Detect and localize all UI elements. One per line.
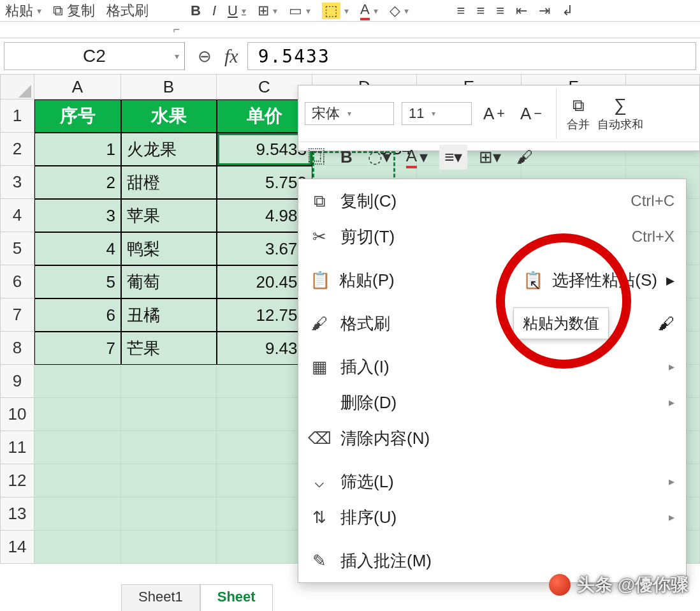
cell[interactable] <box>121 398 217 431</box>
wrap-button[interactable]: ↲ <box>562 3 573 19</box>
header-fruit[interactable]: 水果 <box>121 99 217 133</box>
zoom-out-icon[interactable]: ⊖ <box>194 47 215 66</box>
cell[interactable] <box>34 365 121 398</box>
dialog-launcher-icon[interactable]: ⌐ <box>173 23 180 36</box>
cell[interactable] <box>121 464 217 497</box>
col-header-A[interactable]: A <box>34 74 121 99</box>
cell-name[interactable]: 甜橙 <box>121 166 217 199</box>
row-header[interactable]: 4 <box>0 199 34 232</box>
font-color-button[interactable]: A▾ <box>360 1 378 20</box>
row-header[interactable]: 9 <box>0 365 34 398</box>
align-button[interactable]: ≡▾ <box>439 145 467 170</box>
underline-button[interactable]: U▾ <box>228 3 246 19</box>
cell[interactable] <box>121 531 217 564</box>
col-header-B[interactable]: B <box>121 74 217 99</box>
ctx-paste-label[interactable]: 粘贴(P) <box>339 269 395 291</box>
cell-seq[interactable]: 1 <box>34 133 121 166</box>
chevron-down-icon[interactable]: ▾ <box>175 51 179 61</box>
format-painter-button[interactable]: 格式刷 <box>106 1 149 20</box>
row-header[interactable]: 5 <box>0 232 34 265</box>
row-header[interactable]: 8 <box>0 332 34 365</box>
cell-name[interactable]: 丑橘 <box>121 298 217 332</box>
cell-name[interactable]: 芒果 <box>121 332 217 365</box>
ctx-copy[interactable]: ⧉ 复制(C) Ctrl+C <box>298 183 686 219</box>
ctx-insert-comment[interactable]: ✎ 插入批注(M) <box>298 543 686 578</box>
ctx-sort[interactable]: ⇅ 排序(U) ▸ <box>298 499 686 535</box>
bold-button[interactable]: B <box>337 146 356 168</box>
format-painter-plus-icon[interactable]: 🖌 <box>658 314 674 334</box>
decrease-font-button[interactable]: A− <box>516 103 546 125</box>
cell-name[interactable]: 葡萄 <box>121 265 217 298</box>
cell-seq[interactable]: 2 <box>34 166 121 199</box>
row-header[interactable]: 1 <box>0 99 34 133</box>
fill-color-button[interactable]: ◌▾ <box>364 146 395 168</box>
ctx-delete[interactable]: 删除(D) ▸ <box>298 385 686 420</box>
row-header[interactable]: 3 <box>0 166 34 199</box>
name-box[interactable]: C2 ▾ <box>4 42 185 70</box>
outdent-button[interactable]: ⇥ <box>539 3 550 19</box>
border-button[interactable]: ⊞▾ <box>475 146 505 168</box>
bold-button[interactable]: B <box>191 3 201 19</box>
cell[interactable] <box>121 365 217 398</box>
cell-name[interactable]: 苹果 <box>121 199 217 232</box>
fill-button[interactable]: ◇▾ <box>390 3 409 19</box>
increase-font-button[interactable]: A+ <box>479 103 509 125</box>
cell[interactable] <box>34 464 121 497</box>
merge-button[interactable]: ⧉ 合并 <box>567 96 590 132</box>
select-area-button[interactable]: ⿴ <box>305 146 329 168</box>
row-header[interactable]: 11 <box>0 431 34 464</box>
paste-special-icon[interactable]: 📋↖ <box>523 270 543 290</box>
font-size-select[interactable]: 11▾ <box>402 102 472 125</box>
font-name-select[interactable]: 宋体▾ <box>305 102 394 125</box>
sheet-tab[interactable]: Sheet1 <box>121 584 200 611</box>
row-header[interactable]: 14 <box>0 531 34 564</box>
cell-name[interactable]: 鸭梨 <box>121 232 217 265</box>
align-center-button[interactable]: ≡ <box>476 3 485 19</box>
cell-seq[interactable]: 6 <box>34 298 121 332</box>
select-all-corner[interactable] <box>0 74 34 99</box>
align-left-button[interactable]: ≡ <box>457 3 465 19</box>
ctx-format-painter[interactable]: 🖌 格式刷 🖌 <box>298 306 686 341</box>
cell-seq[interactable]: 7 <box>34 332 121 365</box>
row-header[interactable]: 7 <box>0 298 34 332</box>
ctx-filter[interactable]: ⌵ 筛选(L) ▸ <box>298 464 686 499</box>
copy-button[interactable]: ⧉ 复制 <box>53 1 95 20</box>
autosum-button[interactable]: ∑ 自动求和 <box>597 95 643 132</box>
row-header[interactable]: 6 <box>0 265 34 298</box>
header-seq[interactable]: 序号 <box>34 99 121 133</box>
fill-color-button[interactable]: ⬚▾ <box>322 3 349 19</box>
row-header[interactable]: 13 <box>0 497 34 531</box>
row-header[interactable]: 10 <box>0 398 34 431</box>
font-color-button[interactable]: A▾ <box>402 145 432 170</box>
cell[interactable] <box>34 497 121 531</box>
cell-name[interactable]: 火龙果 <box>121 133 217 166</box>
ctx-insert[interactable]: ▦ 插入(I) ▸ <box>298 349 686 385</box>
ctx-clear[interactable]: ⌫ 清除内容(N) <box>298 420 686 456</box>
cell[interactable] <box>34 398 121 431</box>
name-box-value: C2 <box>83 46 106 66</box>
formula-bar-row: C2 ▾ ⊖ fx <box>0 38 700 74</box>
merge-label: 合并 <box>567 117 590 132</box>
cell[interactable] <box>121 431 217 464</box>
ctx-cut[interactable]: ✂ 剪切(T) Ctrl+X <box>298 219 686 254</box>
cell[interactable] <box>34 431 121 464</box>
paste-button[interactable]: 粘贴 ▾ <box>5 1 41 20</box>
border-button[interactable]: ⊞▾ <box>258 3 277 19</box>
ctx-paste-special-label[interactable]: 选择性粘贴(S) <box>552 269 657 291</box>
formula-input[interactable] <box>247 42 696 70</box>
italic-button[interactable]: I <box>212 3 216 19</box>
cell-seq[interactable]: 5 <box>34 265 121 298</box>
context-menu: ⧉ 复制(C) Ctrl+C ✂ 剪切(T) Ctrl+X 📋 粘贴(P) 📋↖… <box>298 179 687 583</box>
cell-seq[interactable]: 4 <box>34 232 121 265</box>
align-right-button[interactable]: ≡ <box>496 3 504 19</box>
row-header[interactable]: 12 <box>0 464 34 497</box>
cell-style-button[interactable]: ▭▾ <box>289 3 310 19</box>
cell[interactable] <box>34 531 121 564</box>
cell-seq[interactable]: 3 <box>34 199 121 232</box>
row-header[interactable]: 2 <box>0 133 34 166</box>
fx-label[interactable]: fx <box>224 45 238 67</box>
format-painter-button[interactable]: 🖌 <box>513 146 537 168</box>
cell[interactable] <box>121 497 217 531</box>
sheet-tab-active[interactable]: Sheet <box>200 584 273 611</box>
indent-button[interactable]: ⇤ <box>516 3 527 19</box>
